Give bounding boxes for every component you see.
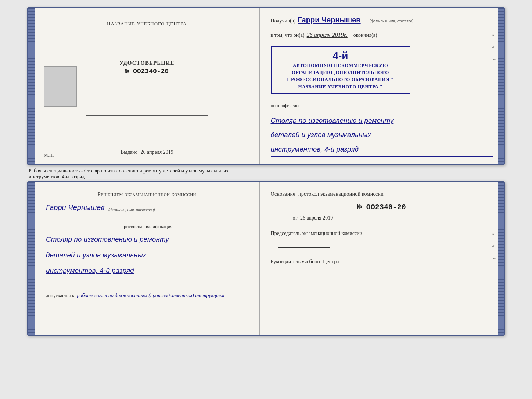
side-mark-6: – — [492, 82, 496, 86]
profession-text: Столяр по изготовлению и ремонту деталей… — [271, 114, 493, 157]
dopuskaetsya-block: допускается к работе согласно должностны… — [46, 293, 248, 299]
stamp-block: 4-й АВТОНОМНУЮ НЕКОММЕРЧЕСКУЮ ОРГАНИЗАЦИ… — [271, 46, 410, 94]
side-mark-b6: ← — [492, 256, 496, 260]
poluchil-label: Получил(а) — [271, 18, 296, 24]
osnovaniye-text: Основание: протокол экзаменационной коми… — [271, 191, 493, 197]
side-mark-5: – — [492, 70, 496, 74]
ot-date-line: от 26 апреля 2019 — [293, 215, 493, 221]
recipient-name: Гарри Чернышев — [298, 16, 361, 24]
vydano-date: 26 апреля 2019 — [140, 149, 173, 155]
dopuskaetsya-value: работе согласно должностным (производств… — [77, 293, 224, 298]
rukovoditel-text: Руководитель учебного Центра — [271, 258, 493, 266]
caption-underline: инструментов, 4-й разряд — [29, 174, 85, 179]
side-mark-b3: – — [492, 218, 496, 223]
decision-title: Решением экзаменационной комиссии — [46, 191, 248, 197]
name-hint-top: (фамилия, имя, отчество) — [370, 19, 414, 23]
side-mark-2: и — [492, 32, 496, 36]
udostoverenie-title: УДОСТОВЕРЕНИЕ — [119, 60, 175, 66]
rukovoditel-signature-line — [278, 276, 330, 276]
name-dash: – — [363, 17, 366, 24]
bottom-name: Гарри Чернышев — [46, 203, 105, 212]
po-professii-label: по профессии — [271, 103, 493, 108]
side-mark-b1: – — [492, 193, 496, 198]
side-mark-b2: – — [492, 206, 496, 210]
side-mark-7: – — [492, 95, 496, 99]
side-mark-3: а — [492, 44, 496, 49]
caption-block: Рабочая специальность - Столяр по изгото… — [27, 165, 505, 181]
org-title-top: НАЗВАНИЕ УЧЕБНОГО ЦЕНТРА — [107, 21, 187, 27]
mp-label: М.П. — [44, 152, 54, 158]
side-mark-b5: а — [492, 243, 496, 248]
bottom-name-hint: (фамилия, имя, отчество) — [108, 208, 155, 212]
side-mark-1: – — [492, 19, 496, 24]
qualification-text: Столяр по изготовлению и ремонту деталей… — [46, 233, 248, 278]
side-mark-b9: – — [492, 293, 496, 298]
predsedatel-signature-line — [278, 247, 330, 248]
side-mark-b4: и — [492, 231, 496, 235]
photo-placeholder — [44, 66, 77, 107]
vydano-label: Выдано — [121, 149, 138, 155]
udostoverenie-number: № OO2340-20 — [119, 68, 175, 75]
caption-before: Рабочая специальность - Столяр по изгото… — [29, 168, 229, 174]
vtom-label: в том, что он(а) — [271, 32, 305, 38]
side-mark-b8: – — [492, 281, 496, 285]
side-mark-4: ← — [492, 57, 496, 61]
okonchil-label: окончил(а) — [353, 32, 377, 38]
prisvoyena-label: присвоена квалификация — [46, 224, 248, 229]
side-mark-b7: – — [492, 268, 496, 273]
bottom-number: № OO2340-20 — [271, 203, 493, 211]
predsedatel-text: Председатель экзаменационной комиссии — [271, 230, 493, 237]
stamp-number: 4-й — [277, 50, 405, 62]
vtom-date: 26 апреля 2019г. — [307, 32, 348, 38]
